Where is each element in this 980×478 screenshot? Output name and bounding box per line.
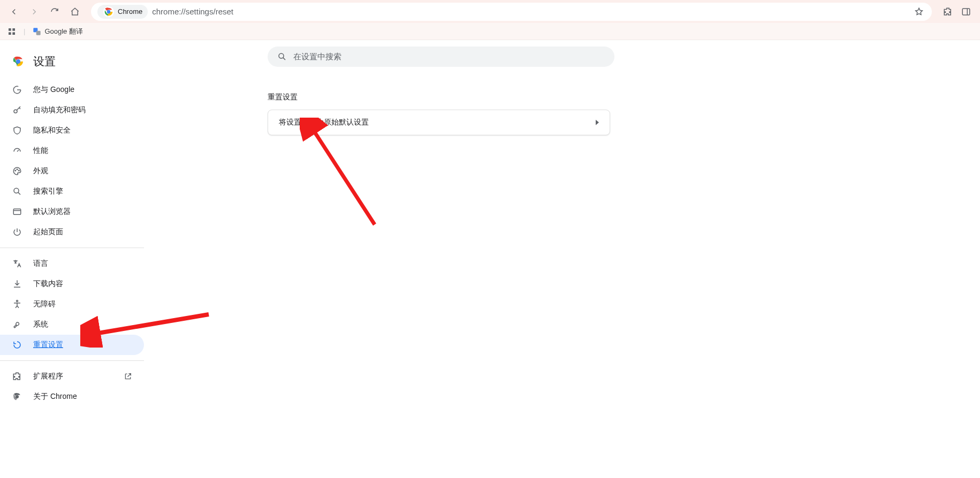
key-icon [12, 105, 22, 115]
sidebar-item-search-engine[interactable]: 搜索引擎 [0, 181, 144, 202]
settings-title: 设置 [33, 54, 56, 69]
sidebar-item-performance[interactable]: 性能 [0, 141, 144, 161]
sidebar-item-label: 关于 Chrome [33, 392, 77, 402]
svg-rect-8 [12, 32, 15, 35]
section-title: 重置设置 [268, 92, 980, 102]
sidebar-item-label: 无障碍 [33, 299, 56, 309]
site-chip-label: Chrome [118, 7, 142, 16]
chevron-right-icon [596, 120, 599, 125]
forward-button[interactable] [27, 4, 42, 19]
svg-point-14 [15, 170, 16, 171]
bookmarks-bar: | Google 翻译 [0, 23, 980, 40]
settings-sidebar: 设置 您与 Google 自动填充和密码 隐私和安全 性能 外观 [0, 40, 145, 478]
translate-icon [33, 27, 41, 36]
sidebar-item-label: 搜索引擎 [33, 187, 63, 196]
restore-defaults-label: 将设置还原为原始默认设置 [279, 118, 369, 127]
accessibility-icon [12, 299, 22, 310]
bookmark-label: Google 翻译 [44, 27, 83, 36]
extensions-icon[interactable] [940, 4, 955, 19]
site-chip[interactable]: Chrome [97, 5, 148, 19]
sidebar-item-label: 默认浏览器 [33, 207, 71, 217]
download-icon [12, 279, 22, 289]
google-g-icon [12, 84, 22, 95]
svg-rect-18 [13, 209, 21, 215]
browser-window-icon [12, 206, 22, 217]
search-icon [277, 52, 287, 61]
sidebar-item-privacy[interactable]: 隐私和安全 [0, 120, 144, 141]
sidebar-item-label: 下载内容 [33, 279, 63, 289]
svg-point-17 [14, 188, 19, 193]
sidebar-item-label: 您与 Google [33, 85, 74, 95]
settings-search-placeholder: 在设置中搜索 [293, 52, 341, 62]
sidebar-item-label: 自动填充和密码 [33, 105, 86, 115]
chrome-icon [103, 6, 115, 18]
sidebar-item-appearance[interactable]: 外观 [0, 161, 144, 181]
sidebar-item-label: 外观 [33, 166, 48, 176]
svg-point-16 [19, 170, 20, 171]
sidebar-item-extensions[interactable]: 扩展程序 [0, 366, 144, 387]
svg-point-13 [14, 110, 17, 113]
chrome-icon [12, 391, 22, 402]
speedometer-icon [12, 145, 22, 156]
sidebar-item-you-and-google[interactable]: 您与 Google [0, 80, 144, 100]
puzzle-icon [12, 371, 22, 382]
sidebar-divider [0, 360, 144, 361]
sidebar-item-label: 起始页面 [33, 227, 63, 237]
external-link-icon [124, 372, 132, 381]
svg-point-20 [17, 300, 18, 302]
svg-rect-10 [36, 30, 41, 35]
apps-icon [7, 27, 16, 36]
settings-page: 设置 您与 Google 自动填充和密码 隐私和安全 性能 外观 [0, 40, 980, 478]
svg-rect-6 [12, 28, 15, 31]
svg-rect-7 [9, 32, 11, 35]
sidebar-item-label: 性能 [33, 146, 48, 156]
reset-icon [12, 340, 22, 350]
sidebar-list: 您与 Google 自动填充和密码 隐私和安全 性能 外观 搜索引擎 [0, 80, 144, 407]
apps-shortcut[interactable] [7, 27, 16, 36]
sidebar-item-reset[interactable]: 重置设置 [0, 335, 144, 355]
settings-main: 在设置中搜索 重置设置 将设置还原为原始默认设置 [145, 40, 980, 478]
sidebar-divider [0, 248, 144, 248]
search-icon [12, 186, 22, 197]
sidebar-item-on-startup[interactable]: 起始页面 [0, 222, 144, 242]
translate-icon [12, 258, 22, 269]
shield-icon [12, 125, 22, 136]
home-button[interactable] [67, 4, 82, 19]
sidebar-item-label: 语言 [33, 259, 48, 268]
palette-icon [12, 166, 22, 176]
bookmark-separator: | [24, 27, 25, 35]
sidebar-item-accessibility[interactable]: 无障碍 [0, 294, 144, 314]
sidebar-item-system[interactable]: 系统 [0, 314, 144, 335]
restore-defaults-row[interactable]: 将设置还原为原始默认设置 [268, 110, 610, 135]
sidebar-item-about[interactable]: 关于 Chrome [0, 387, 144, 407]
sidebar-item-languages[interactable]: 语言 [0, 253, 144, 274]
sidebar-item-label: 系统 [33, 320, 48, 329]
side-panel-icon[interactable] [959, 4, 974, 19]
settings-header: 设置 [0, 51, 144, 80]
toolbar-right [940, 4, 974, 19]
star-icon[interactable] [913, 5, 925, 18]
sidebar-item-downloads[interactable]: 下载内容 [0, 274, 144, 294]
svg-point-23 [279, 53, 284, 58]
power-icon [12, 227, 22, 237]
svg-rect-3 [962, 9, 970, 15]
address-url: chrome://settings/reset [152, 7, 233, 16]
sidebar-item-label: 重置设置 [33, 340, 63, 350]
chrome-logo-icon [12, 55, 25, 68]
wrench-icon [12, 319, 22, 330]
sidebar-item-autofill[interactable]: 自动填充和密码 [0, 100, 144, 120]
svg-point-2 [107, 10, 110, 13]
svg-rect-5 [9, 28, 11, 31]
sidebar-item-default-browser[interactable]: 默认浏览器 [0, 202, 144, 222]
browser-toolbar: Chrome chrome://settings/reset [0, 0, 980, 23]
reload-button[interactable] [47, 4, 62, 19]
svg-point-12 [16, 59, 20, 64]
svg-point-15 [17, 169, 18, 170]
svg-point-22 [16, 395, 19, 398]
sidebar-item-label: 扩展程序 [33, 372, 63, 381]
bookmark-google-translate[interactable]: Google 翻译 [33, 27, 83, 36]
back-button[interactable] [6, 4, 21, 19]
address-bar[interactable]: Chrome chrome://settings/reset [91, 3, 932, 21]
settings-search[interactable]: 在设置中搜索 [268, 47, 614, 67]
reset-card: 将设置还原为原始默认设置 [268, 110, 610, 135]
